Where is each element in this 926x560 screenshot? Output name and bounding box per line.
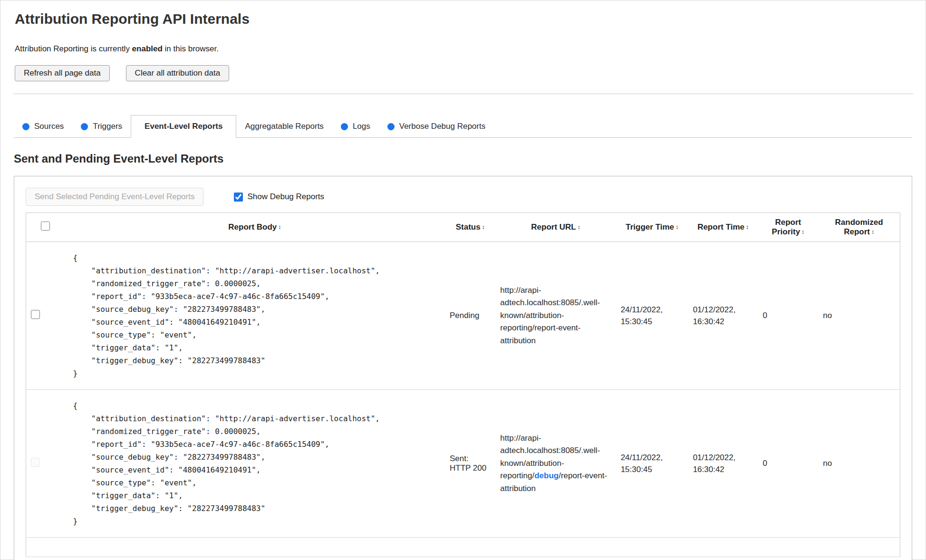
page-actions: Refresh all page data Clear all attribut… (15, 65, 911, 81)
tab-label: Sources (34, 122, 64, 131)
randomized-report-cell: no (818, 390, 900, 538)
sort-icon: ↕ (675, 224, 678, 231)
select-all-header (26, 213, 65, 242)
col-header-label: Randomized Report (835, 218, 883, 236)
col-header-label: Status (456, 222, 481, 232)
tab-verbose-debug-reports[interactable]: Verbose Debug Reports (379, 116, 494, 137)
show-debug-checkbox[interactable] (234, 193, 243, 202)
row-checkbox[interactable] (31, 310, 40, 319)
status-cell: Pending (445, 242, 495, 390)
col-header-report-time[interactable]: Report Time↕ (688, 213, 758, 242)
event-level-reports-table: Report Body↕ Status↕ Report URL↕ Trigger… (26, 212, 900, 557)
status-suffix: in this browser. (163, 44, 219, 53)
verbose-debug-status-dot-icon (387, 123, 395, 130)
report-time-cell: 01/12/2022, 16:30:42 (688, 242, 758, 390)
col-header-report-body[interactable]: Report Body↕ (65, 213, 445, 242)
tab-bar: Sources Triggers Event-Level Reports Agg… (14, 115, 912, 138)
report-row-sent: { "attribution_destination": "http://ara… (26, 390, 900, 538)
row-checkbox-cell (26, 242, 65, 390)
report-body-json: { "attribution_destination": "http://ara… (73, 399, 440, 528)
report-body-json: { "attribution_destination": "http://ara… (73, 251, 440, 380)
col-header-label: Report Priority (772, 218, 801, 236)
sort-icon: ↕ (578, 224, 580, 231)
sort-icon: ↕ (278, 224, 281, 231)
refresh-button[interactable]: Refresh all page data (15, 65, 110, 81)
trigger-time-cell: 24/11/2022, 15:30:45 (616, 390, 688, 538)
send-selected-reports-button[interactable]: Send Selected Pending Event-Level Report… (26, 188, 203, 206)
table-header-row: Report Body↕ Status↕ Report URL↕ Trigger… (26, 213, 900, 242)
main-content: Sources Triggers Event-Level Reports Agg… (14, 115, 912, 560)
debug-link[interactable]: debug (534, 471, 559, 480)
report-url-text: http://arapi-adtech.localhost:8085/.well… (500, 286, 600, 345)
divider (13, 94, 913, 94)
row-checkbox-cell (26, 390, 65, 538)
col-header-report-url[interactable]: Report URL↕ (495, 213, 616, 242)
report-body-cell: { "attribution_destination": "http://ara… (65, 242, 445, 390)
status-cell: Sent: HTTP 200 (445, 390, 495, 538)
section-title: Sent and Pending Event-Level Reports (14, 152, 912, 165)
triggers-status-dot-icon (81, 123, 88, 130)
page-title: Attribution Reporting API Internals (15, 11, 911, 27)
randomized-report-cell: no (818, 242, 900, 390)
tab-aggregatable-reports[interactable]: Aggregatable Reports (236, 116, 332, 137)
table-controls: Send Selected Pending Event-Level Report… (26, 188, 900, 206)
col-header-label: Trigger Time (626, 222, 674, 232)
reports-panel: Send Selected Pending Event-Level Report… (14, 176, 912, 560)
tab-label: Event-Level Reports (145, 122, 222, 131)
row-checkbox[interactable] (31, 458, 40, 467)
col-header-label: Report URL (531, 222, 576, 232)
report-priority-cell: 0 (758, 390, 819, 538)
status-text: Attribution Reporting is currently enabl… (15, 44, 911, 54)
sources-status-dot-icon (22, 123, 29, 130)
report-url-cell: http://arapi-adtech.localhost:8085/.well… (495, 390, 616, 538)
tab-label: Triggers (93, 122, 122, 131)
logs-status-dot-icon (341, 123, 348, 130)
page-header: Attribution Reporting API Internals Attr… (0, 11, 926, 81)
col-header-trigger-time[interactable]: Trigger Time↕ (616, 213, 688, 242)
empty-cell (26, 538, 900, 557)
sort-icon: ↕ (746, 224, 749, 231)
tab-triggers[interactable]: Triggers (72, 116, 131, 137)
sort-icon: ↕ (482, 224, 485, 231)
clear-attribution-data-button[interactable]: Clear all attribution data (126, 65, 230, 81)
tab-sources[interactable]: Sources (14, 116, 72, 137)
tab-label: Verbose Debug Reports (399, 122, 485, 131)
trigger-time-cell: 24/11/2022, 15:30:45 (616, 242, 688, 390)
tab-logs[interactable]: Logs (332, 116, 379, 137)
empty-footer-row (26, 538, 900, 557)
sort-icon: ↕ (871, 229, 874, 235)
report-row-pending: { "attribution_destination": "http://ara… (26, 242, 900, 390)
status-enabled: enabled (132, 44, 163, 53)
report-body-cell: { "attribution_destination": "http://ara… (65, 390, 445, 538)
report-url-cell: http://arapi-adtech.localhost:8085/.well… (495, 242, 616, 390)
col-header-randomized-report[interactable]: Randomized Report↕ (818, 213, 900, 242)
tab-event-level-reports[interactable]: Event-Level Reports (131, 115, 236, 138)
report-time-cell: 01/12/2022, 16:30:42 (688, 390, 758, 538)
col-header-status[interactable]: Status↕ (445, 213, 495, 242)
select-all-checkbox[interactable] (41, 222, 50, 231)
col-header-label: Report Time (697, 222, 744, 232)
attribution-internals-page: Attribution Reporting API Internals Attr… (0, 0, 926, 560)
show-debug-label: Show Debug Reports (247, 192, 324, 202)
report-priority-cell: 0 (758, 242, 819, 390)
status-prefix: Attribution Reporting is currently (15, 44, 132, 53)
col-header-report-priority[interactable]: Report Priority↕ (758, 213, 819, 242)
col-header-label: Report Body (228, 222, 277, 232)
show-debug-reports-toggle: Show Debug Reports (234, 192, 324, 202)
tab-label: Logs (353, 122, 370, 131)
sort-icon: ↕ (801, 229, 804, 235)
tab-label: Aggregatable Reports (245, 122, 323, 131)
